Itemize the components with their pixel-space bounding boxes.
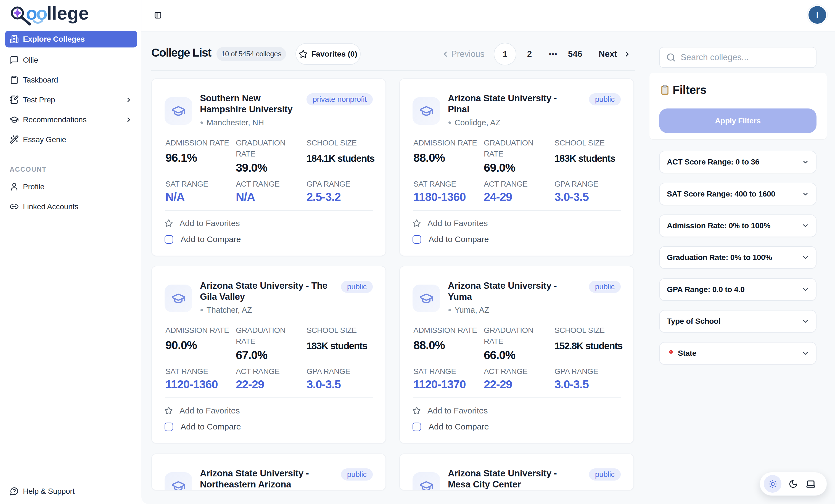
- svg-text:llege: llege: [47, 4, 89, 23]
- svg-text:o: o: [26, 4, 37, 23]
